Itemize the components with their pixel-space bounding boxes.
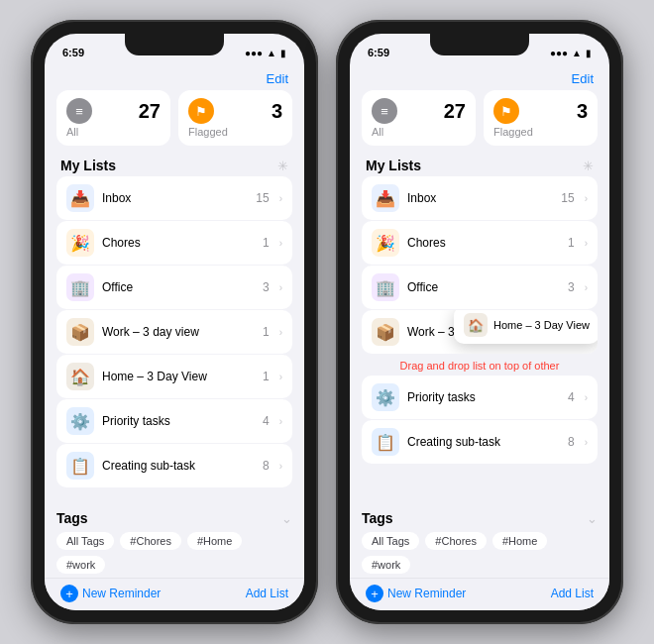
tags-chevron-right: ⌄ [587,511,598,526]
bottom-bar-left: + New Reminder Add List [45,578,304,610]
list-item-work-right[interactable]: 📦 Work – 3 d 🏠 Home – 3 Day View [362,310,598,354]
list-item-home-left[interactable]: 🏠 Home – 3 Day View 1 › [56,355,292,398]
list-item-chores-left[interactable]: 🎉 Chores 1 › [56,221,292,265]
list-container-right: 📥 Inbox 15 › 🎉 Chores 1 › 🏢 Office 3 [350,175,609,504]
edit-button-left[interactable]: Edit [267,71,288,86]
chores-icon-right: 🎉 [372,229,399,257]
list-item-office-left[interactable]: 🏢 Office 3 › [56,266,292,309]
flagged-card-right[interactable]: ⚑ 3 Flagged [484,90,598,146]
work-count-left: 1 [263,325,270,339]
status-time-left: 6:59 [62,47,84,58]
home-icon-left: 🏠 [66,363,94,390]
home-chevron-left: › [279,372,282,382]
add-list-btn-left[interactable]: Add List [246,587,288,600]
list-item-inbox-right[interactable]: 📥 Inbox 15 › [362,176,598,220]
office-name-right: Office [407,280,560,294]
priority-name-right: Priority tasks [407,390,560,404]
list-item-subtask-right[interactable]: 📋 Creating sub-task 8 › [362,420,598,464]
battery-icon-right: ▮ [586,48,592,58]
tag-work-left[interactable]: #work [56,556,105,574]
summary-row-right: ≡ 27 All ⚑ 3 Flagged [350,90,609,154]
bottom-bar-right: + New Reminder Add List [350,578,609,610]
list-item-office-right[interactable]: 🏢 Office 3 › [362,266,598,309]
screen-right: 6:59 ●●● ▲ ▮ Edit ≡ 27 All [350,34,609,610]
office-name-left: Office [102,280,255,294]
chores-name-right: Chores [407,236,560,250]
subtask-icon-left: 📋 [66,452,94,480]
status-time-right: 6:59 [368,47,389,58]
priority-chevron-right: › [585,392,588,403]
tag-alltags-right[interactable]: All Tags [362,532,419,550]
tag-alltags-left[interactable]: All Tags [56,532,114,550]
right-phone: 6:59 ●●● ▲ ▮ Edit ≡ 27 All [336,20,623,624]
subtask-icon-right: 📋 [372,428,399,456]
notch-left [125,34,224,55]
priority-icon-left: ⚙️ [66,407,94,435]
list-item-subtask-left[interactable]: 📋 Creating sub-task 8 › [56,444,292,487]
inbox-name-right: Inbox [407,191,553,205]
tag-chores-right[interactable]: #Chores [425,532,487,550]
inbox-icon-right: 📥 [372,184,399,212]
tags-header-right: Tags ⌄ [362,508,598,528]
office-count-left: 3 [263,280,270,294]
drag-floating-item: 🏠 Home – 3 Day View [454,310,598,344]
office-chevron-right: › [585,282,588,293]
my-lists-title-right: My Lists [366,158,421,173]
my-lists-title-left: My Lists [60,158,116,173]
new-reminder-label-left: New Reminder [82,587,161,600]
drag-hint-row: Drag and drop list on top of other [362,356,598,374]
app-header-right: Edit [350,65,609,90]
list-item-chores-right[interactable]: 🎉 Chores 1 › [362,221,598,265]
tag-home-left[interactable]: #Home [187,532,242,550]
drag-hint-text: Drag and drop list on top of other [384,358,576,374]
status-icons-right: ●●● ▲ ▮ [550,48,592,58]
app-content-right: Edit ≡ 27 All ⚑ 3 Flagged [350,65,609,610]
my-lists-header-left: My Lists ✳ [45,154,304,175]
work-chevron-left: › [279,327,282,338]
inbox-chevron-left: › [279,193,282,204]
drag-item-name: Home – 3 Day View [493,319,590,331]
all-label-right: All [372,126,466,138]
priority-chevron-left: › [279,416,282,427]
tags-section-right: Tags ⌄ All Tags #Chores #Home #work [350,504,609,578]
inbox-name-left: Inbox [102,191,248,205]
list-item-work-left[interactable]: 📦 Work – 3 day view 1 › [56,310,292,354]
tags-header-left: Tags ⌄ [56,508,292,528]
chores-chevron-left: › [279,238,282,249]
summary-row-left: ≡ 27 All ⚑ 3 Flagged [45,90,304,154]
tag-work-right[interactable]: #work [362,556,410,574]
all-card-right[interactable]: ≡ 27 All [362,90,476,146]
chores-count-right: 1 [568,236,575,250]
new-reminder-label-right: New Reminder [387,587,466,600]
edit-button-right[interactable]: Edit [572,71,594,86]
subtask-count-left: 8 [263,459,270,473]
add-list-btn-right[interactable]: Add List [551,587,594,600]
inbox-chevron-right: › [585,193,588,204]
office-count-right: 3 [568,280,575,294]
tag-chores-left[interactable]: #Chores [120,532,181,550]
signal-icon: ●●● [245,48,263,58]
subtask-chevron-left: › [279,461,282,472]
list-item-priority-right[interactable]: ⚙️ Priority tasks 4 › [362,376,598,419]
flagged-label-right: Flagged [493,126,588,138]
plus-icon-left: + [60,585,78,602]
tag-home-right[interactable]: #Home [492,532,547,550]
new-reminder-btn-right[interactable]: + New Reminder [366,585,466,602]
signal-icon-right: ●●● [550,48,568,58]
tags-chevron-left: ⌄ [281,511,292,526]
notch-right [430,34,529,55]
app-content-left: Edit ≡ 27 All ⚑ 3 Flagged [45,65,304,610]
tags-title-left: Tags [56,510,88,526]
flagged-count-right: 3 [577,100,588,123]
plus-icon-right: + [366,585,383,602]
work-icon-left: 📦 [66,318,94,346]
flagged-card-left[interactable]: ⚑ 3 Flagged [178,90,292,146]
new-reminder-btn-left[interactable]: + New Reminder [60,585,161,602]
chores-icon-left: 🎉 [66,229,94,257]
list-item-priority-left[interactable]: ⚙️ Priority tasks 4 › [56,399,292,443]
subtask-count-right: 8 [568,435,575,449]
inbox-icon-left: 📥 [66,184,94,212]
list-item-inbox-left[interactable]: 📥 Inbox 15 › [56,176,292,220]
all-card-left[interactable]: ≡ 27 All [56,90,170,146]
home-name-left: Home – 3 Day View [102,370,255,383]
